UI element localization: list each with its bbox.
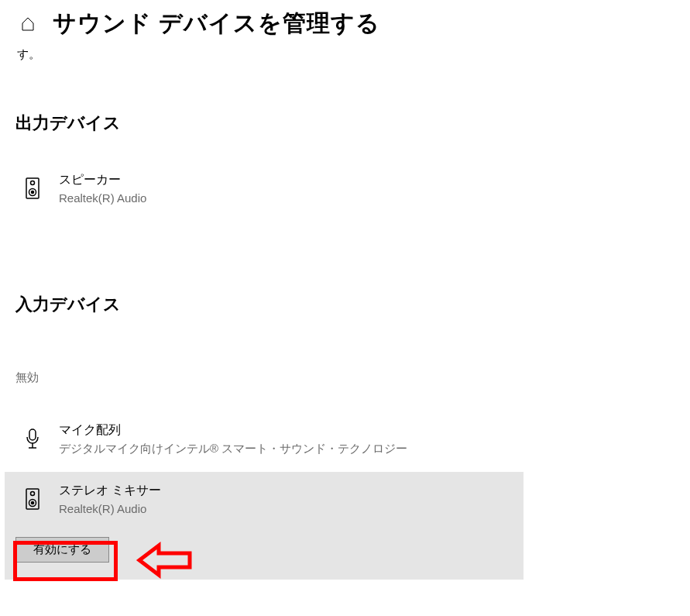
svg-point-1 — [31, 181, 35, 185]
device-name: マイク配列 — [59, 422, 407, 439]
page-title: サウンド デバイスを管理する — [53, 8, 380, 40]
input-device-stereo-mixer[interactable]: ステレオ ミキサー Realtek(R) Audio — [5, 472, 524, 526]
svg-point-10 — [32, 502, 34, 504]
home-button[interactable] — [15, 12, 40, 36]
home-icon — [20, 16, 36, 32]
disabled-label: 無効 — [15, 370, 690, 385]
device-action-panel: 有効にする — [5, 526, 524, 580]
input-heading: 入力デバイス — [15, 293, 690, 316]
microphone-icon — [24, 428, 41, 451]
output-device-speaker[interactable]: スピーカー Realtek(R) Audio — [5, 161, 524, 215]
output-heading: 出力デバイス — [15, 112, 690, 135]
enable-button[interactable]: 有効にする — [15, 537, 109, 563]
svg-point-8 — [31, 492, 35, 496]
speaker-icon — [25, 487, 40, 511]
device-desc: デジタルマイク向けインテル® スマート・サウンド・テクノロジー — [59, 442, 407, 456]
device-desc: Realtek(R) Audio — [59, 191, 146, 205]
device-name: スピーカー — [59, 172, 146, 188]
partial-text: す。 — [17, 47, 690, 62]
input-device-mic-array[interactable]: マイク配列 デジタルマイク向けインテル® スマート・サウンド・テクノロジー — [5, 411, 524, 467]
device-name: ステレオ ミキサー — [59, 483, 161, 499]
svg-rect-4 — [29, 429, 36, 440]
speaker-icon — [25, 177, 40, 200]
device-desc: Realtek(R) Audio — [59, 502, 161, 515]
svg-point-3 — [32, 191, 34, 194]
